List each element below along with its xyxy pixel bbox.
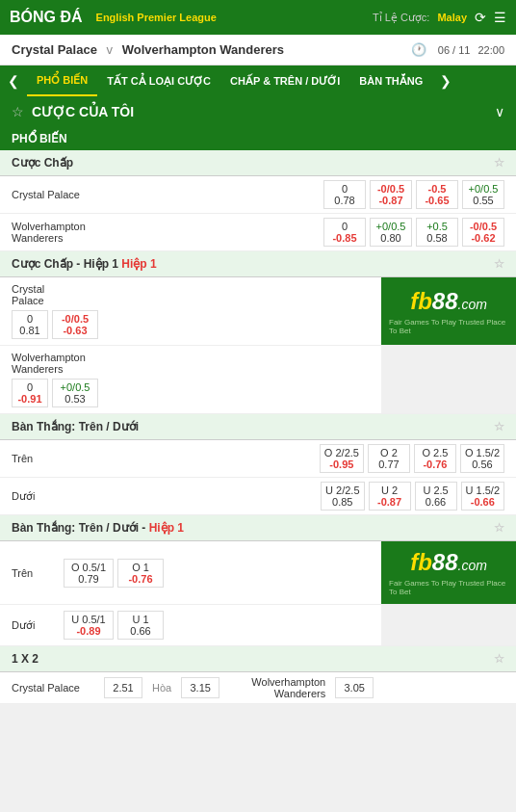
- odds-cell[interactable]: U 1.5/2 -0.66: [461, 482, 504, 511]
- my-bets-star-icon: ☆: [12, 104, 24, 119]
- my-bets-collapse-icon[interactable]: ∨: [495, 104, 504, 119]
- wolves-team-name: Wolverhampton Wanderers: [12, 221, 127, 244]
- onex2-star-icon[interactable]: ☆: [494, 652, 504, 666]
- ban-thang-star-icon[interactable]: ☆: [494, 420, 504, 433]
- odds-cell[interactable]: U 0.5/1 -0.89: [64, 611, 114, 640]
- odds-type: Malay: [437, 12, 467, 23]
- fb88-ad-top: fb88.com Fair Games To Play Trusted Plac…: [381, 277, 516, 345]
- cuoc-chap-hiep1-header: Cược Chấp - Hiệp 1 Hiệp 1 ☆: [0, 251, 516, 277]
- odds-cell[interactable]: -0/0.5 -0.87: [370, 180, 412, 209]
- hiep1-wolves-right-placeholder: [381, 346, 516, 413]
- fb88-ad-bottom: fb88.com Fair Games To Play Trusted Plac…: [381, 541, 516, 604]
- cuoc-chap-title: Cược Chấp: [12, 156, 73, 170]
- onex2-team1: Crystal Palace: [12, 682, 98, 694]
- match-bar: Crystal Palace v Wolverhampton Wanderers…: [0, 35, 516, 65]
- odds-cell[interactable]: U 2 -0.87: [369, 482, 411, 511]
- hiep1-tren-row: Trên O 0.5/1 0.79 O 1 -0.76 fb88.com Fai…: [0, 541, 516, 605]
- fb88-tagline-2: Fair Games To Play Trusted Place To Bet: [389, 579, 508, 596]
- hiep1-wolves-name: WolverhamptonWanderers: [12, 352, 370, 375]
- odds-cell[interactable]: -0.5 -0.65: [416, 180, 458, 209]
- menu-icon[interactable]: ☰: [494, 10, 506, 25]
- odds-cell[interactable]: -0/0.5 -0.62: [462, 218, 504, 247]
- tab-chap[interactable]: CHẤP & TRÊN / DƯỚI: [220, 67, 349, 95]
- odds-cell[interactable]: O 1.5/2 0.56: [460, 444, 504, 473]
- fb88-logo: fb88.com: [410, 288, 487, 315]
- nav-next[interactable]: ❯: [432, 65, 459, 96]
- match-date: 06 / 11: [438, 44, 471, 56]
- odds-cell[interactable]: -0/0.5 -0.63: [52, 310, 98, 339]
- odds-cell[interactable]: U 2.5 0.66: [415, 482, 457, 511]
- league-label: English Premier League: [96, 12, 217, 23]
- duoi-label: Dưới: [12, 490, 127, 503]
- table-row: Trên O 2/2.5 -0.95 O 2 0.77 O 2.5 -0.76 …: [0, 440, 516, 478]
- match-time: 22:00: [477, 44, 504, 56]
- odds-cell[interactable]: 0 -0.91: [12, 379, 48, 407]
- header-right: Tỉ Lệ Cược: Malay ⟳ ☰: [373, 10, 506, 25]
- cuoc-chap-header: Cược Chấp ☆: [0, 150, 516, 176]
- onex2-hoa-label: Hòa: [152, 682, 171, 694]
- onex2-val2[interactable]: 3.15: [181, 677, 219, 698]
- popular-section-header: PHỔ BIẾN: [0, 127, 516, 150]
- onex2-row: Crystal Palace 2.51 Hòa 3.15 Wolverhampt…: [0, 672, 516, 704]
- odds-cell[interactable]: O 1 -0.76: [117, 559, 164, 588]
- hiep1-cp-left: CrystalPalace 0 0.81 -0/0.5 -0.63: [0, 277, 381, 345]
- odds-cell[interactable]: +0/0.5 0.53: [52, 379, 98, 407]
- hiep1-duoi-right-placeholder: [381, 605, 516, 645]
- onex2-header: 1 X 2 ☆: [0, 646, 516, 672]
- vs-label: v: [107, 42, 114, 57]
- onex2-val1[interactable]: 2.51: [104, 677, 142, 698]
- hiep1-duoi-left: Dưới U 0.5/1 -0.89 U 1 0.66: [0, 605, 381, 645]
- onex2-val3[interactable]: 3.05: [335, 677, 374, 698]
- odds-cell[interactable]: O 0.5/1 0.79: [64, 559, 114, 588]
- my-bets-title: CƯỢC CỦA TÔI: [32, 104, 487, 119]
- nav-prev[interactable]: ❮: [0, 65, 27, 96]
- onex2-team2: Wolverhampton Wanderers: [229, 676, 325, 699]
- cp-team-name: Crystal Palace: [12, 189, 127, 200]
- table-row: Wolverhampton Wanderers 0 -0.85 +0/0.5 0…: [0, 214, 516, 251]
- odds-cell[interactable]: +0.5 0.58: [416, 218, 458, 247]
- odds-cell[interactable]: O 2 0.77: [368, 444, 410, 473]
- tab-tat-ca[interactable]: TẤT CẢ LOẠI CƯỢC: [97, 67, 220, 95]
- hiep1-tren-left: Trên O 0.5/1 0.79 O 1 -0.76: [0, 541, 381, 604]
- header: BÓNG ĐÁ English Premier League Tỉ Lệ Cượ…: [0, 0, 516, 35]
- tab-ban-thang[interactable]: BÀN THẮNG: [349, 67, 432, 95]
- fb88-tagline: Fair Games To Play Trusted Place To Bet: [389, 318, 508, 335]
- tab-pho-bien[interactable]: PHỔ BIẾN: [27, 66, 97, 96]
- refresh-icon[interactable]: ⟳: [475, 10, 486, 25]
- duoi-odds-cells: U 2/2.5 0.85 U 2 -0.87 U 2.5 0.66 U 1.5/…: [321, 482, 504, 511]
- team1-name: Crystal Palace: [12, 42, 97, 57]
- ban-thang-hiep1-title: Bàn Thắng: Trên / Dưới - Hiệp 1: [12, 521, 184, 535]
- tren-hiep1-label: Trên: [12, 567, 60, 579]
- match-teams: Crystal Palace v Wolverhampton Wanderers: [12, 42, 411, 57]
- hiep1-row-wolves: WolverhamptonWanderers 0 -0.91 +0/0.5 0.…: [0, 346, 516, 414]
- wolves-odds-cells: 0 -0.85 +0/0.5 0.80 +0.5 0.58 -0/0.5 -0.…: [323, 218, 504, 247]
- ban-thang-hiep1-star-icon[interactable]: ☆: [494, 521, 504, 535]
- cuoc-chap-star-icon[interactable]: ☆: [494, 156, 504, 170]
- odds-cell[interactable]: 0 0.78: [323, 180, 366, 209]
- odds-cell[interactable]: O 2.5 -0.76: [414, 444, 456, 473]
- odds-cell[interactable]: 0 -0.85: [323, 218, 366, 247]
- clock-icon: 🕐: [411, 42, 426, 57]
- tren-odds-cells: O 2/2.5 -0.95 O 2 0.77 O 2.5 -0.76 O 1.5…: [320, 444, 504, 473]
- cuoc-chap-hiep1-star-icon[interactable]: ☆: [494, 257, 504, 271]
- ban-thang-hiep1-header: Bàn Thắng: Trên / Dưới - Hiệp 1 ☆: [0, 515, 516, 541]
- nav-tabs: ❮ PHỔ BIẾN TẤT CẢ LOẠI CƯỢC CHẤP & TRÊN …: [0, 65, 516, 96]
- duoi-hiep1-label: Dưới: [12, 619, 60, 632]
- tren-label: Trên: [12, 453, 127, 464]
- my-bets-header[interactable]: ☆ CƯỢC CỦA TÔI ∨: [0, 96, 516, 127]
- odds-cell[interactable]: O 2/2.5 -0.95: [320, 444, 364, 473]
- odds-cell[interactable]: 0 0.81: [12, 310, 48, 339]
- table-row: Crystal Palace 0 0.78 -0/0.5 -0.87 -0.5 …: [0, 176, 516, 214]
- odds-cell[interactable]: U 2/2.5 0.85: [321, 482, 364, 511]
- odds-cell[interactable]: +0/0.5 0.55: [462, 180, 504, 209]
- ban-thang-header: Bàn Thắng: Trên / Dưới ☆: [0, 414, 516, 440]
- hiep1-row-cp: CrystalPalace 0 0.81 -0/0.5 -0.63 fb88.c…: [0, 277, 516, 346]
- hiep1-cp-odds: 0 0.81 -0/0.5 -0.63: [12, 310, 370, 339]
- cuoc-chap-hiep1-title: Cược Chấp - Hiệp 1 Hiệp 1: [12, 257, 157, 271]
- cp-odds-cells: 0 0.78 -0/0.5 -0.87 -0.5 -0.65 +0/0.5 0.…: [323, 180, 504, 209]
- ban-thang-title: Bàn Thắng: Trên / Dưới: [12, 420, 139, 433]
- odds-cell[interactable]: +0/0.5 0.80: [370, 218, 412, 247]
- hiep1-cp-name: CrystalPalace: [12, 283, 370, 306]
- hiep1-wolves-left: WolverhamptonWanderers 0 -0.91 +0/0.5 0.…: [0, 346, 381, 413]
- odds-cell[interactable]: U 1 0.66: [117, 611, 164, 640]
